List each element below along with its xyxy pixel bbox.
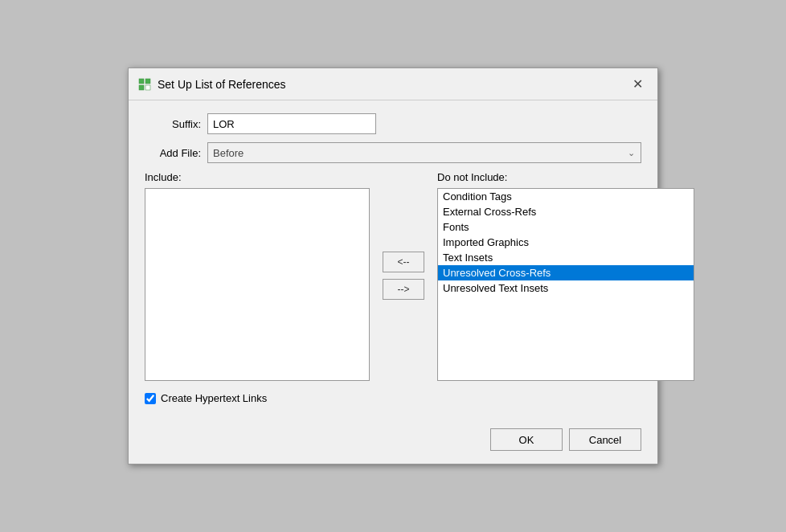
include-column: Include: xyxy=(145,171,370,381)
svg-rect-1 xyxy=(145,79,150,84)
list-item[interactable]: Text Insets xyxy=(438,250,694,265)
ok-button[interactable]: OK xyxy=(490,428,563,451)
list-item[interactable]: Condition Tags xyxy=(438,189,694,204)
dialog-window: Set Up List of References ✕ Suffix: Add … xyxy=(128,68,658,464)
move-left-button[interactable]: <-- xyxy=(383,252,424,272)
suffix-input[interactable] xyxy=(207,113,376,134)
hypertext-checkbox[interactable] xyxy=(145,393,156,404)
dialog-body: Suffix: Add File: Before After ⌄ Include… xyxy=(129,100,657,420)
svg-rect-0 xyxy=(139,79,144,84)
svg-rect-2 xyxy=(139,85,144,90)
suffix-label: Suffix: xyxy=(145,118,201,130)
title-bar-left: Set Up List of References xyxy=(138,78,286,91)
include-listbox[interactable] xyxy=(145,188,370,381)
hypertext-label[interactable]: Create Hypertext Links xyxy=(161,392,267,404)
move-right-button[interactable]: --> xyxy=(383,279,424,300)
list-item[interactable]: Fonts xyxy=(438,219,694,235)
list-item[interactable]: Unresolved Text Insets xyxy=(438,280,694,296)
include-label: Include: xyxy=(145,171,370,183)
do-not-include-column: Do not Include: Condition TagsExternal C… xyxy=(437,171,694,381)
lists-section: Include: <-- --> Do not Include: Conditi… xyxy=(145,171,641,381)
suffix-row: Suffix: xyxy=(145,113,641,134)
list-item[interactable]: External Cross-Refs xyxy=(438,204,694,219)
hypertext-checkbox-row: Create Hypertext Links xyxy=(145,392,641,404)
do-not-include-label: Do not Include: xyxy=(437,171,694,183)
title-bar: Set Up List of References ✕ xyxy=(129,68,657,100)
dialog-icon xyxy=(138,78,151,91)
dialog-footer: OK Cancel xyxy=(129,420,657,464)
list-item[interactable]: Unresolved Cross-Refs xyxy=(438,265,694,280)
svg-rect-3 xyxy=(145,85,150,90)
cancel-button[interactable]: Cancel xyxy=(569,428,641,451)
dialog-title: Set Up List of References xyxy=(158,78,286,91)
add-file-row: Add File: Before After ⌄ xyxy=(145,142,641,163)
close-button[interactable]: ✕ xyxy=(628,75,648,93)
do-not-include-listbox[interactable]: Condition TagsExternal Cross-RefsFontsIm… xyxy=(437,188,694,381)
list-item[interactable]: Imported Graphics xyxy=(438,235,694,250)
arrows-column: <-- --> xyxy=(370,171,437,380)
add-file-select-wrapper: Before After ⌄ xyxy=(207,142,641,163)
add-file-label: Add File: xyxy=(145,147,201,159)
add-file-select[interactable]: Before After xyxy=(207,142,641,163)
